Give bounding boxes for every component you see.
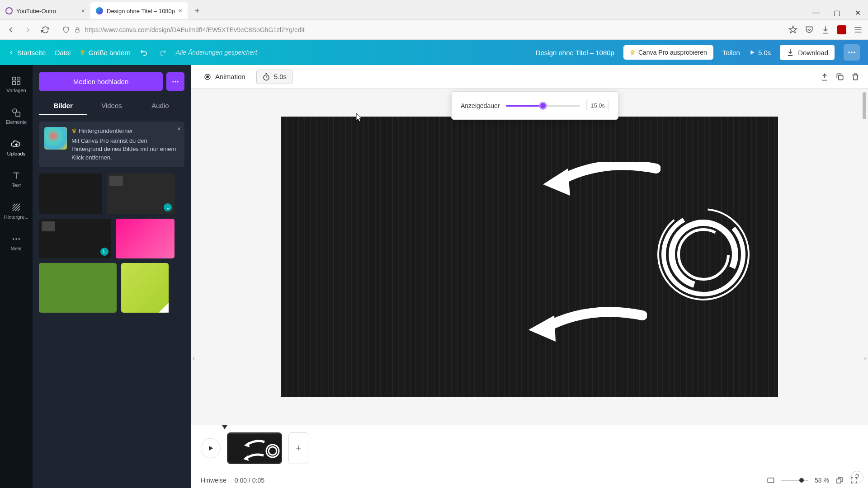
canvas-viewport[interactable]: ‹ › (191, 89, 868, 425)
maximize-button[interactable]: ▢ (826, 6, 847, 19)
document-title[interactable]: Design ohne Titel – 1080p (536, 49, 614, 56)
page-thumbnail[interactable] (227, 432, 282, 464)
reload-button[interactable] (40, 24, 51, 35)
upload-more-button[interactable] (166, 72, 184, 91)
close-icon[interactable]: × (177, 125, 181, 132)
svg-point-2 (851, 52, 852, 53)
back-button[interactable] (5, 24, 16, 35)
upload-thumb[interactable]: L (39, 219, 111, 258)
download-icon[interactable] (821, 25, 830, 34)
design-canvas[interactable] (281, 117, 778, 397)
zoom-slider[interactable] (781, 480, 808, 481)
promo-body: Mit Canva Pro kannst du den Hintergrund … (71, 137, 179, 162)
close-icon[interactable]: × (179, 7, 182, 14)
pro-button[interactable]: ♛ Canva Pro ausprobieren (623, 45, 713, 60)
duration-slider[interactable] (506, 105, 580, 107)
browser-tab[interactable]: YouTube-Outro × (0, 2, 90, 19)
more-button[interactable] (844, 44, 860, 61)
svg-rect-19 (839, 75, 843, 80)
circle-element[interactable] (651, 202, 755, 306)
chevron-left-icon (8, 49, 14, 56)
vertical-scrollbar[interactable] (863, 92, 867, 420)
home-button[interactable]: Startseite (8, 49, 46, 56)
upload-thumb[interactable]: L (107, 174, 175, 214)
duration-button[interactable]: 5.0s (256, 70, 292, 84)
download-button[interactable]: Download (780, 45, 835, 60)
redo-button[interactable] (158, 48, 167, 57)
svg-rect-9 (16, 112, 20, 116)
play-icon (749, 49, 755, 56)
zoom-level[interactable]: 58 % (815, 477, 829, 484)
trash-icon[interactable] (851, 72, 860, 81)
download-icon (786, 48, 794, 56)
layers-icon[interactable] (835, 476, 844, 484)
pocket-icon[interactable] (805, 25, 814, 34)
arrow-element[interactable] (520, 306, 647, 343)
rail-elements[interactable]: Elemente (0, 100, 33, 132)
add-page-button[interactable]: + (288, 432, 308, 464)
new-tab-button[interactable]: + (190, 4, 204, 18)
svg-rect-27 (768, 478, 774, 483)
rail-uploads[interactable]: Uploads (0, 132, 33, 164)
forward-button[interactable] (23, 24, 33, 35)
close-window-button[interactable]: ✕ (847, 6, 868, 19)
svg-point-13 (172, 81, 174, 82)
svg-point-15 (177, 81, 179, 82)
timeline-play-button[interactable] (201, 438, 221, 458)
link-badge-icon: L (164, 203, 172, 211)
svg-point-12 (19, 238, 20, 240)
rail-background[interactable]: Hintergru... (0, 195, 33, 227)
grid-view-icon[interactable] (767, 476, 775, 484)
rail-more[interactable]: Mehr (0, 227, 33, 258)
help-button[interactable]: ? (851, 471, 863, 483)
play-button[interactable]: 5.0s (749, 49, 771, 56)
menu-icon[interactable] (854, 25, 863, 34)
browser-tab-active[interactable]: Design ohne Titel – 1080p × (90, 2, 188, 19)
favicon-icon (96, 7, 103, 14)
file-menu[interactable]: Datei (55, 49, 71, 56)
timeline: + Hinweise 0:00 / 0:05 58 % (191, 425, 868, 488)
share-button[interactable]: Teilen (722, 49, 740, 56)
scroll-left-button[interactable]: ‹ (193, 355, 194, 361)
upload-thumb[interactable] (39, 174, 102, 214)
tab-images[interactable]: Bilder (39, 97, 87, 115)
animation-button[interactable]: Animation (199, 70, 250, 84)
ublock-icon[interactable] (837, 25, 846, 34)
canvas-toolbar: Animation 5.0s (191, 65, 868, 89)
svg-rect-4 (13, 77, 15, 80)
canvas-area: Animation 5.0s Anzeigedauer 15.0s (191, 65, 868, 488)
lock-icon (74, 27, 80, 33)
side-panel: Medien hochladen Bilder Videos Audio ♛ H… (33, 65, 191, 488)
duration-value-input[interactable]: 15.0s (586, 100, 609, 111)
browser-url-bar: https://www.canva.com/design/DAEuIm3fI4/… (0, 20, 868, 40)
tab-title: Design ohne Titel – 1080p (107, 8, 175, 14)
copy-icon[interactable] (835, 72, 844, 81)
url-field[interactable]: https://www.canva.com/design/DAEuIm3fI4/… (57, 23, 782, 37)
svg-rect-0 (75, 29, 79, 32)
bookmark-icon[interactable] (788, 25, 797, 34)
crown-icon: ♛ (80, 48, 85, 56)
undo-button[interactable] (140, 48, 149, 57)
playhead-marker[interactable] (222, 425, 227, 429)
notes-button[interactable]: Hinweise (201, 477, 226, 484)
close-icon[interactable]: × (81, 7, 85, 14)
app-topbar: Startseite Datei ♛ Größe ändern Alle Änd… (0, 40, 868, 65)
rail-text[interactable]: Text (0, 164, 33, 195)
tab-videos[interactable]: Videos (87, 97, 136, 115)
upload-thumb[interactable] (39, 263, 117, 313)
cursor-icon (355, 113, 363, 122)
promo-title: ♛ Hintergrundentferner (71, 127, 179, 135)
time-display: 0:00 / 0:05 (235, 477, 264, 484)
favicon-icon (5, 7, 13, 14)
rail-templates[interactable]: Vorlagen (0, 69, 33, 100)
upload-thumb[interactable] (116, 219, 175, 258)
uploads-grid: L L (39, 174, 184, 313)
slider-handle[interactable] (539, 102, 547, 110)
upload-media-button[interactable]: Medien hochladen (39, 72, 163, 91)
minimize-button[interactable]: — (806, 6, 826, 19)
tab-audio[interactable]: Audio (136, 97, 184, 115)
arrow-element[interactable] (534, 162, 660, 198)
resize-menu[interactable]: ♛ Größe ändern (80, 48, 130, 56)
upload-thumb[interactable] (121, 263, 169, 313)
export-icon[interactable] (820, 72, 829, 81)
